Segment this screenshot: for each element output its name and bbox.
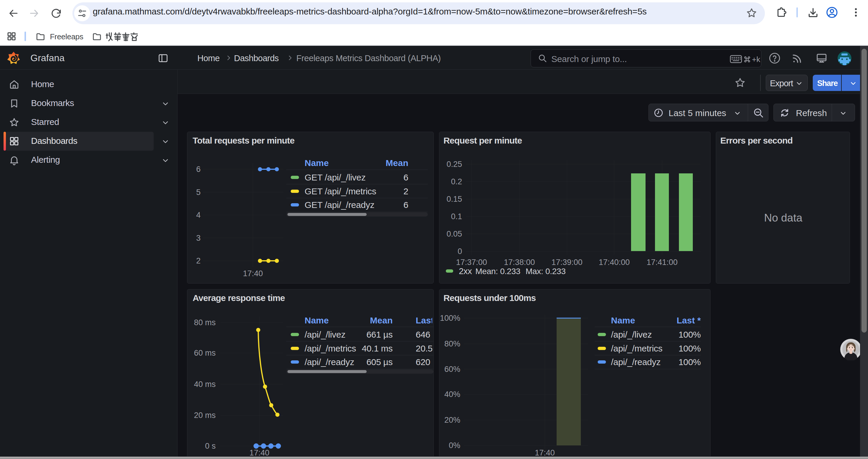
svg-text:60 ms: 60 ms — [194, 349, 216, 357]
svg-text:17:40: 17:40 — [535, 448, 555, 456]
svg-text:20 ms: 20 ms — [194, 411, 216, 420]
svg-text:17:41:00: 17:41:00 — [646, 258, 677, 267]
svg-text:17:40: 17:40 — [243, 269, 263, 278]
svg-text:100%: 100% — [440, 314, 460, 323]
svg-text:0.1: 0.1 — [451, 212, 462, 221]
svg-text:6: 6 — [196, 165, 200, 174]
svg-text:0%: 0% — [449, 441, 460, 450]
svg-text:80%: 80% — [444, 339, 460, 348]
svg-text:4: 4 — [196, 210, 200, 220]
svg-text:40%: 40% — [444, 390, 460, 399]
svg-text:17:39:00: 17:39:00 — [551, 258, 582, 267]
svg-text:0 s: 0 s — [205, 441, 216, 451]
svg-text:80 ms: 80 ms — [194, 318, 216, 327]
svg-text:0: 0 — [458, 247, 462, 256]
svg-text:0.25: 0.25 — [446, 160, 462, 169]
svg-text:40 ms: 40 ms — [194, 380, 216, 389]
svg-text:60%: 60% — [444, 365, 460, 374]
svg-text:0.2: 0.2 — [451, 177, 462, 186]
svg-text:0.05: 0.05 — [446, 230, 462, 238]
svg-text:17:38:00: 17:38:00 — [504, 258, 535, 267]
svg-text:17:40:00: 17:40:00 — [598, 258, 629, 267]
svg-text:20%: 20% — [444, 416, 460, 424]
svg-text:2: 2 — [196, 256, 200, 265]
svg-text:17:37:00: 17:37:00 — [456, 258, 487, 267]
svg-text:17:40: 17:40 — [249, 448, 270, 456]
svg-text:3: 3 — [196, 234, 200, 242]
svg-text:0.15: 0.15 — [446, 195, 462, 203]
svg-text:5: 5 — [196, 188, 200, 197]
